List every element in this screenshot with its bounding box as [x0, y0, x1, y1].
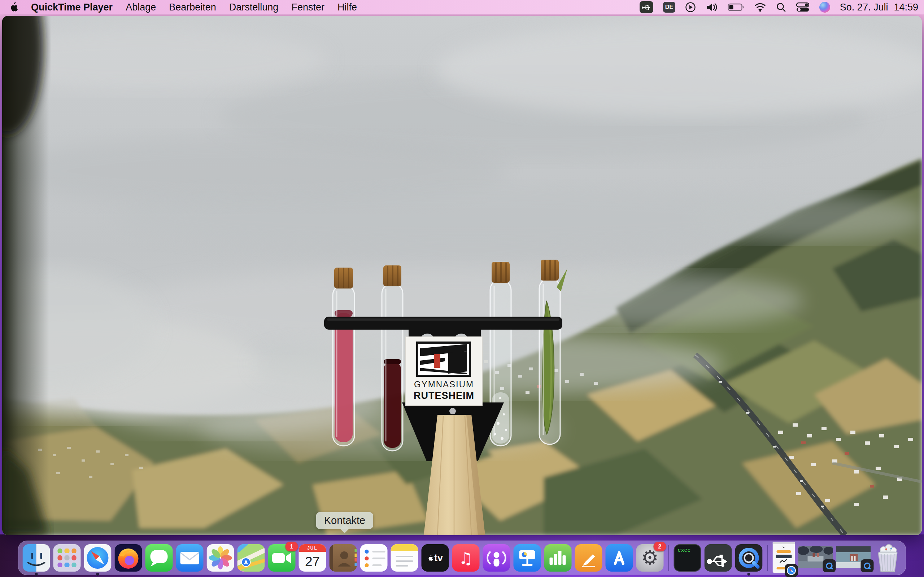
volume-item[interactable] [706, 0, 718, 15]
finder-icon [23, 544, 50, 572]
dock-item-usb-utility[interactable] [704, 544, 732, 572]
dock-item-calendar[interactable]: JUL 27 [299, 544, 326, 572]
menu-hilfe[interactable]: Hilfe [338, 2, 357, 13]
running-indicator [96, 573, 99, 575]
dock-item-podcasts[interactable] [483, 544, 510, 572]
school-sign: GYMNASIUM RUTESHEIM [406, 337, 482, 405]
quicktime-mini-badge-icon [823, 559, 836, 572]
usb-connector-icon [642, 3, 651, 11]
dock-item-contacts[interactable] [330, 544, 357, 572]
dock-item-system-settings[interactable]: ⚙ 2 [636, 544, 664, 572]
dock-item-photos[interactable] [207, 544, 234, 572]
menu-date: So. 27. Juli [840, 2, 888, 13]
maps-icon [237, 544, 265, 572]
running-indicator [35, 573, 38, 575]
dock-item-tv[interactable]: tv [422, 544, 449, 572]
wifi-icon [754, 3, 766, 12]
quicktime-video-window[interactable]: GYMNASIUM RUTESHEIM [2, 16, 922, 535]
dock-item-music[interactable]: ♫ [452, 544, 480, 572]
podcasts-icon [483, 544, 510, 572]
reminders-icon [360, 544, 388, 572]
battery-item[interactable] [728, 0, 744, 15]
dock-item-minimized-video-2[interactable] [836, 546, 871, 569]
usb-status-item[interactable] [640, 1, 653, 13]
dock-tooltip: Kontakte [316, 512, 373, 529]
play-circle-icon [685, 2, 696, 13]
usb-utility-icon [704, 544, 732, 572]
dock-item-safari[interactable] [84, 544, 111, 572]
tv-icon: tv [422, 544, 449, 572]
music-note-icon: ♫ [459, 549, 473, 567]
wifi-item[interactable] [754, 0, 766, 15]
menu-clock[interactable]: So. 27. Juli 14:59 [840, 2, 918, 13]
dock-item-app-store[interactable] [606, 544, 633, 572]
facetime-badge: 1 [286, 542, 298, 551]
dock-item-finder[interactable] [23, 544, 50, 572]
dock-item-facetime[interactable]: 1 [268, 544, 296, 572]
launchpad-icon [53, 544, 81, 572]
settings-badge: 2 [654, 542, 666, 551]
sign-line-2: RUTESHEIM [414, 390, 474, 401]
dock-item-exec-terminal[interactable]: exec [674, 544, 701, 572]
menu-bar: QuickTime Player Ablage Bearbeiten Darst… [0, 0, 924, 15]
apple-logo-icon [427, 554, 433, 561]
spotlight-item[interactable] [776, 0, 786, 15]
dock-item-maps[interactable] [237, 544, 265, 572]
search-icon [776, 2, 786, 12]
pages-icon [575, 544, 603, 572]
running-indicator [748, 573, 750, 575]
apple-logo-icon [9, 2, 18, 13]
dock-item-minimized-safari-window[interactable] [773, 542, 795, 574]
input-source-item[interactable]: DE [663, 2, 675, 13]
dock-item-numbers[interactable] [544, 544, 572, 572]
tv-label: tv [434, 553, 443, 564]
test-tube-pink [333, 268, 354, 446]
dock-item-firefox[interactable] [115, 544, 142, 572]
photos-icon [207, 544, 234, 572]
dock-item-messages[interactable] [145, 544, 173, 572]
dock-item-mail[interactable] [176, 544, 204, 572]
music-icon: ♫ [452, 544, 480, 572]
exec-label: exec [678, 548, 691, 554]
menu-darstellung[interactable]: Darstellung [229, 2, 279, 13]
trash-full-icon [874, 544, 901, 572]
menu-bearbeiten[interactable]: Bearbeiten [169, 2, 216, 13]
dock-separator [767, 545, 768, 571]
quicktime-icon [735, 544, 762, 572]
sign-line-1: GYMNASIUM [414, 379, 474, 389]
gear-icon: ⚙ [641, 548, 658, 567]
active-app-name[interactable]: QuickTime Player [31, 2, 113, 13]
siri-icon[interactable] [819, 2, 830, 13]
calendar-month: JUL [299, 544, 326, 552]
app-store-icon [606, 544, 633, 572]
keynote-icon [514, 544, 541, 572]
dock-item-pages[interactable] [575, 544, 603, 572]
dock-item-minimized-video-1[interactable] [798, 546, 833, 569]
balloon-video-frame: GYMNASIUM RUTESHEIM [2, 16, 922, 535]
menu-time: 14:59 [894, 2, 918, 13]
dock-item-quicktime[interactable] [735, 544, 762, 572]
menu-fenster[interactable]: Fenster [291, 2, 325, 13]
calendar-day: 27 [299, 552, 326, 572]
messages-icon [145, 544, 173, 572]
notes-icon [391, 544, 418, 572]
now-playing-item[interactable] [685, 0, 696, 15]
safari-icon [84, 544, 111, 572]
dock-item-trash[interactable] [874, 544, 901, 572]
dock-item-reminders[interactable] [360, 544, 388, 572]
firefox-icon [115, 544, 142, 572]
volume-icon [706, 2, 718, 12]
exec-terminal-icon: exec [674, 544, 701, 572]
dock-item-keynote[interactable] [514, 544, 541, 572]
dock: 1 JUL 27 [18, 541, 906, 575]
calendar-icon: JUL 27 [299, 544, 326, 572]
control-center-item[interactable] [796, 0, 809, 15]
battery-icon [728, 3, 744, 11]
dock-item-launchpad[interactable] [53, 544, 81, 572]
quicktime-mini-badge-icon [861, 559, 874, 572]
dock-separator [669, 545, 669, 571]
menu-ablage[interactable]: Ablage [126, 2, 156, 13]
dock-item-notes[interactable] [391, 544, 418, 572]
apple-menu[interactable] [9, 0, 18, 15]
clamp-screw [449, 408, 456, 414]
